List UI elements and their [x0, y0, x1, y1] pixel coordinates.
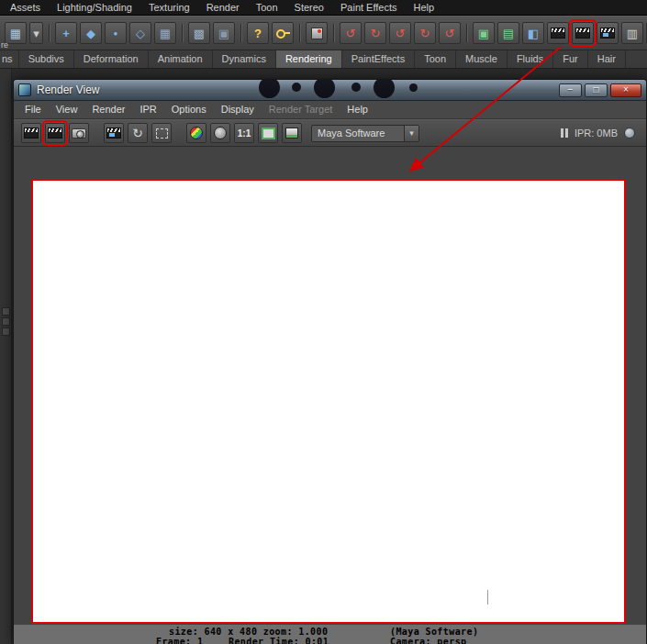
- snap-to-planes-icon[interactable]: ◇: [129, 22, 151, 44]
- maximize-button[interactable]: □: [585, 83, 608, 97]
- close-button[interactable]: ×: [610, 83, 641, 97]
- shelf-tab-rendering[interactable]: Rendering: [276, 50, 342, 68]
- shelf-tab-animation[interactable]: Animation: [149, 50, 213, 68]
- clapperboard-icon: [575, 28, 590, 39]
- shelf-tab-subdivs[interactable]: Subdivs: [19, 50, 74, 68]
- rotate-history-2-icon[interactable]: ↻: [364, 22, 386, 44]
- menu-paint-effects[interactable]: Paint Effects: [332, 0, 406, 15]
- ipr-memory-label: IPR: 0MB: [574, 128, 618, 139]
- quick-select-icon[interactable]: ▩: [188, 22, 210, 44]
- exposure-button[interactable]: [282, 123, 302, 143]
- rv-menu-render-target: Render Target: [262, 101, 340, 118]
- shelf-tab-partial[interactable]: ns: [0, 50, 19, 68]
- chevron-down-icon[interactable]: ▾: [404, 126, 418, 141]
- shelf-tab-hair[interactable]: Hair: [588, 50, 626, 68]
- marker-icon[interactable]: [306, 22, 328, 44]
- render-button[interactable]: [21, 123, 41, 143]
- backdrop-sphere: [259, 80, 280, 98]
- render-cursor-mark: [487, 590, 488, 605]
- toolbar-separator: [179, 21, 185, 45]
- render-image-area[interactable]: [31, 179, 626, 624]
- layout-button-icon[interactable]: [2, 317, 10, 326]
- render-current-frame-icon[interactable]: [572, 22, 594, 44]
- rgb-circle-icon: [190, 127, 203, 139]
- shelf-tab-deformation[interactable]: Deformation: [74, 50, 149, 68]
- rotate-history-1-icon[interactable]: ↺: [340, 22, 362, 44]
- menu-help[interactable]: Help: [406, 0, 443, 15]
- render-view-window: Render View − □ × File View Render IPR O…: [13, 79, 647, 644]
- shelf-tab-muscle[interactable]: Muscle: [456, 50, 508, 68]
- shelf-tab-fur[interactable]: Fur: [553, 50, 588, 68]
- snap-curves-glyph: ◆: [86, 27, 95, 40]
- shelf-tab-bar: ns Subdivs Deformation Animation Dynamic…: [0, 50, 647, 69]
- clapperboard-ipr-icon: [106, 128, 121, 139]
- layout-button-icon[interactable]: [2, 328, 10, 336]
- rv-menu-view[interactable]: View: [49, 101, 85, 118]
- snap-grids-glyph: +: [62, 27, 70, 40]
- rgb-channels-button[interactable]: [186, 123, 206, 143]
- rv-menu-display[interactable]: Display: [214, 101, 262, 118]
- open-render-view-icon[interactable]: [547, 22, 569, 44]
- clapperboard-icon: [24, 128, 39, 139]
- history-glyph: ▣: [218, 27, 229, 40]
- refresh-ipr-button[interactable]: ↻: [128, 123, 148, 143]
- render-layer-icon[interactable]: ▣: [473, 22, 495, 44]
- toolbar-separator: [46, 21, 52, 45]
- backdrop-sphere: [409, 83, 418, 92]
- menu-render[interactable]: Render: [198, 0, 248, 15]
- snap-to-grids-icon[interactable]: +: [55, 22, 77, 44]
- region-marquee-icon: [156, 128, 168, 139]
- layout-button-icon[interactable]: [2, 307, 10, 316]
- marker-dot-icon: [311, 28, 323, 39]
- snap-menu-chevron-icon[interactable]: ▾: [29, 22, 43, 44]
- auto-key-icon[interactable]: [272, 22, 294, 44]
- rotate-history-5-icon[interactable]: ↺: [439, 22, 461, 44]
- help-line-icon[interactable]: ?: [247, 22, 269, 44]
- construction-history-icon[interactable]: ▣: [213, 22, 235, 44]
- pause-icon[interactable]: [561, 128, 568, 138]
- rotate-history-4-icon[interactable]: ↻: [414, 22, 436, 44]
- menu-lighting-shading[interactable]: Lighting/Shading: [49, 0, 140, 15]
- snap-planes-glyph: ◇: [136, 27, 145, 40]
- minimize-button[interactable]: −: [559, 83, 582, 97]
- rotate-history-3-icon[interactable]: ↺: [389, 22, 411, 44]
- backdrop-sphere: [351, 83, 361, 92]
- light-link-icon[interactable]: ◧: [522, 22, 544, 44]
- render-time-label: Render Time: 0:01: [229, 637, 329, 644]
- make-live-icon[interactable]: ▦: [154, 22, 176, 44]
- rv-menu-options[interactable]: Options: [164, 101, 214, 118]
- render-settings-icon[interactable]: ▥: [621, 22, 643, 44]
- render-size-label: size: 640 x 480 zoom: 1.000: [169, 627, 328, 637]
- menu-assets[interactable]: Assets: [2, 0, 49, 15]
- snap-to-curves-icon[interactable]: ◆: [80, 22, 102, 44]
- camera-label: Camera: persp: [390, 637, 466, 644]
- rv-menu-render[interactable]: Render: [84, 101, 132, 118]
- redo-previous-render-button[interactable]: [45, 123, 65, 143]
- menu-stereo[interactable]: Stereo: [286, 0, 332, 15]
- ipr-render-button[interactable]: [104, 123, 124, 143]
- shelf-tab-dynamics[interactable]: Dynamics: [213, 50, 276, 68]
- ipr-region-button[interactable]: [151, 123, 172, 143]
- render-view-toolbar: ↻ 1:1 Maya Software ▾ IPR: 0MB: [14, 119, 646, 147]
- menu-texturing[interactable]: Texturing: [140, 0, 198, 15]
- rv-menu-help[interactable]: Help: [340, 101, 375, 118]
- window-titlebar[interactable]: Render View − □ ×: [14, 80, 646, 101]
- render-view-menubar: File View Render IPR Options Display Ren…: [14, 101, 646, 119]
- snap-to-points-icon[interactable]: ●: [105, 22, 127, 44]
- shelf-tab-fluids[interactable]: Fluids: [508, 50, 553, 68]
- menu-toon[interactable]: Toon: [248, 0, 286, 15]
- texture-view-icon[interactable]: ▤: [497, 22, 519, 44]
- one-to-one-button[interactable]: 1:1: [234, 123, 254, 143]
- shelf-tab-toon[interactable]: Toon: [415, 50, 456, 68]
- renderer-name-label: (Maya Software): [390, 627, 478, 637]
- rv-menu-file[interactable]: File: [17, 101, 49, 118]
- rv-menu-ipr[interactable]: IPR: [132, 101, 163, 118]
- display-real-size-button[interactable]: [258, 123, 278, 143]
- shelf-tab-painteffects[interactable]: PaintEffects: [342, 50, 416, 68]
- renderer-selected-value: Maya Software: [312, 128, 404, 139]
- renderer-dropdown[interactable]: Maya Software ▾: [311, 125, 419, 142]
- toolbar-separator: [330, 21, 337, 45]
- alpha-channel-button[interactable]: [210, 123, 230, 143]
- ipr-render-icon[interactable]: [597, 22, 619, 44]
- snapshot-button[interactable]: [69, 123, 89, 143]
